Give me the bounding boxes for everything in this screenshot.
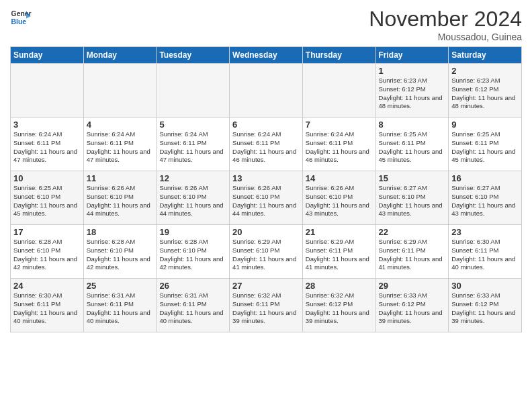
calendar-cell: 12Sunrise: 6:26 AMSunset: 6:10 PMDayligh… [157, 171, 230, 225]
day-number: 15 [379, 173, 446, 183]
weekday-header: Tuesday [157, 47, 230, 64]
calendar-cell: 24Sunrise: 6:30 AMSunset: 6:11 PMDayligh… [11, 279, 84, 332]
day-info: Sunrise: 6:24 AMSunset: 6:11 PMDaylight:… [306, 130, 373, 165]
weekday-header: Thursday [302, 47, 375, 64]
calendar-cell: 19Sunrise: 6:28 AMSunset: 6:10 PMDayligh… [157, 225, 230, 279]
calendar-cell: 29Sunrise: 6:33 AMSunset: 6:12 PMDayligh… [375, 279, 449, 332]
calendar-table: SundayMondayTuesdayWednesdayThursdayFrid… [10, 46, 522, 332]
calendar-cell: 1Sunrise: 6:23 AMSunset: 6:12 PMDaylight… [375, 64, 449, 118]
calendar-cell: 20Sunrise: 6:29 AMSunset: 6:10 PMDayligh… [230, 225, 303, 279]
day-info: Sunrise: 6:31 AMSunset: 6:11 PMDaylight:… [159, 291, 226, 326]
day-number: 26 [159, 281, 226, 291]
calendar-cell: 22Sunrise: 6:29 AMSunset: 6:11 PMDayligh… [375, 225, 449, 279]
calendar-cell: 26Sunrise: 6:31 AMSunset: 6:11 PMDayligh… [157, 279, 230, 332]
calendar-week-row: 24Sunrise: 6:30 AMSunset: 6:11 PMDayligh… [11, 279, 522, 332]
day-info: Sunrise: 6:26 AMSunset: 6:10 PMDaylight:… [159, 184, 226, 218]
weekday-header: Monday [83, 47, 157, 64]
day-number: 21 [306, 227, 373, 237]
day-info: Sunrise: 6:32 AMSunset: 6:12 PMDaylight:… [306, 291, 373, 326]
day-info: Sunrise: 6:28 AMSunset: 6:10 PMDaylight:… [159, 238, 226, 272]
day-number: 24 [13, 281, 81, 291]
calendar-cell: 6Sunrise: 6:24 AMSunset: 6:11 PMDaylight… [230, 118, 303, 171]
calendar-week-row: 10Sunrise: 6:25 AMSunset: 6:10 PMDayligh… [11, 171, 522, 225]
day-number: 9 [451, 120, 519, 130]
calendar-cell [157, 64, 230, 118]
day-number: 11 [87, 173, 154, 183]
day-info: Sunrise: 6:25 AMSunset: 6:10 PMDaylight:… [13, 184, 81, 218]
day-number: 12 [159, 173, 226, 183]
day-info: Sunrise: 6:28 AMSunset: 6:10 PMDaylight:… [13, 238, 81, 272]
day-info: Sunrise: 6:25 AMSunset: 6:11 PMDaylight:… [379, 130, 446, 165]
day-number: 16 [451, 173, 519, 183]
day-number: 8 [379, 120, 446, 130]
day-info: Sunrise: 6:24 AMSunset: 6:11 PMDaylight:… [13, 130, 81, 165]
day-number: 5 [159, 120, 226, 130]
day-number: 10 [13, 173, 81, 183]
day-number: 7 [306, 120, 373, 130]
calendar-cell: 11Sunrise: 6:26 AMSunset: 6:10 PMDayligh… [83, 171, 157, 225]
day-info: Sunrise: 6:28 AMSunset: 6:10 PMDaylight:… [87, 238, 154, 272]
day-info: Sunrise: 6:27 AMSunset: 6:10 PMDaylight:… [451, 184, 519, 218]
calendar-cell: 15Sunrise: 6:27 AMSunset: 6:10 PMDayligh… [375, 171, 449, 225]
day-info: Sunrise: 6:26 AMSunset: 6:10 PMDaylight:… [232, 184, 300, 218]
day-number: 4 [87, 120, 154, 130]
day-info: Sunrise: 6:29 AMSunset: 6:11 PMDaylight:… [306, 238, 373, 272]
day-info: Sunrise: 6:27 AMSunset: 6:10 PMDaylight:… [379, 184, 446, 218]
page-container: General Blue November 2024 Moussadou, Gu… [0, 0, 532, 339]
day-info: Sunrise: 6:30 AMSunset: 6:11 PMDaylight:… [13, 291, 81, 326]
calendar-cell: 3Sunrise: 6:24 AMSunset: 6:11 PMDaylight… [11, 118, 84, 171]
calendar-cell: 8Sunrise: 6:25 AMSunset: 6:11 PMDaylight… [375, 118, 449, 171]
day-info: Sunrise: 6:33 AMSunset: 6:12 PMDaylight:… [379, 291, 446, 326]
calendar-cell: 4Sunrise: 6:24 AMSunset: 6:11 PMDaylight… [83, 118, 157, 171]
day-number: 23 [451, 227, 519, 237]
calendar-cell: 23Sunrise: 6:30 AMSunset: 6:11 PMDayligh… [449, 225, 522, 279]
logo: General Blue [10, 7, 32, 28]
weekday-header-row: SundayMondayTuesdayWednesdayThursdayFrid… [11, 47, 522, 64]
calendar-week-row: 1Sunrise: 6:23 AMSunset: 6:12 PMDaylight… [11, 64, 522, 118]
day-info: Sunrise: 6:29 AMSunset: 6:10 PMDaylight:… [232, 238, 300, 272]
day-info: Sunrise: 6:24 AMSunset: 6:11 PMDaylight:… [232, 130, 300, 165]
day-number: 3 [13, 120, 81, 130]
calendar-cell: 13Sunrise: 6:26 AMSunset: 6:10 PMDayligh… [230, 171, 303, 225]
calendar-cell [83, 64, 157, 118]
weekday-header: Friday [375, 47, 449, 64]
calendar-cell: 25Sunrise: 6:31 AMSunset: 6:11 PMDayligh… [83, 279, 157, 332]
weekday-header: Saturday [449, 47, 522, 64]
day-info: Sunrise: 6:26 AMSunset: 6:10 PMDaylight:… [306, 184, 373, 218]
day-info: Sunrise: 6:24 AMSunset: 6:11 PMDaylight:… [159, 130, 226, 165]
calendar-cell: 21Sunrise: 6:29 AMSunset: 6:11 PMDayligh… [302, 225, 375, 279]
day-number: 18 [87, 227, 154, 237]
calendar-cell: 30Sunrise: 6:33 AMSunset: 6:12 PMDayligh… [449, 279, 522, 332]
day-number: 17 [13, 227, 81, 237]
month-title: November 2024 [369, 7, 522, 32]
svg-text:Blue: Blue [11, 18, 27, 26]
calendar-cell [230, 64, 303, 118]
location: Moussadou, Guinea [369, 32, 522, 42]
weekday-header: Sunday [11, 47, 84, 64]
day-info: Sunrise: 6:33 AMSunset: 6:12 PMDaylight:… [451, 291, 519, 326]
day-info: Sunrise: 6:25 AMSunset: 6:11 PMDaylight:… [451, 130, 519, 165]
calendar-cell [302, 64, 375, 118]
day-number: 14 [306, 173, 373, 183]
day-number: 6 [232, 120, 300, 130]
calendar-cell: 28Sunrise: 6:32 AMSunset: 6:12 PMDayligh… [302, 279, 375, 332]
day-number: 30 [451, 281, 519, 291]
calendar-cell: 27Sunrise: 6:32 AMSunset: 6:11 PMDayligh… [230, 279, 303, 332]
day-info: Sunrise: 6:31 AMSunset: 6:11 PMDaylight:… [87, 291, 154, 326]
calendar-cell: 14Sunrise: 6:26 AMSunset: 6:10 PMDayligh… [302, 171, 375, 225]
calendar-week-row: 3Sunrise: 6:24 AMSunset: 6:11 PMDaylight… [11, 118, 522, 171]
logo-icon: General Blue [10, 7, 32, 28]
calendar-cell [11, 64, 84, 118]
day-info: Sunrise: 6:23 AMSunset: 6:12 PMDaylight:… [379, 77, 446, 111]
calendar-cell: 9Sunrise: 6:25 AMSunset: 6:11 PMDaylight… [449, 118, 522, 171]
day-number: 27 [232, 281, 300, 291]
day-number: 22 [379, 227, 446, 237]
day-number: 2 [451, 66, 519, 76]
calendar-cell: 5Sunrise: 6:24 AMSunset: 6:11 PMDaylight… [157, 118, 230, 171]
day-number: 28 [306, 281, 373, 291]
day-info: Sunrise: 6:23 AMSunset: 6:12 PMDaylight:… [451, 77, 519, 111]
day-number: 25 [87, 281, 154, 291]
title-section: November 2024 Moussadou, Guinea [369, 7, 522, 42]
calendar-cell: 18Sunrise: 6:28 AMSunset: 6:10 PMDayligh… [83, 225, 157, 279]
calendar-cell: 16Sunrise: 6:27 AMSunset: 6:10 PMDayligh… [449, 171, 522, 225]
